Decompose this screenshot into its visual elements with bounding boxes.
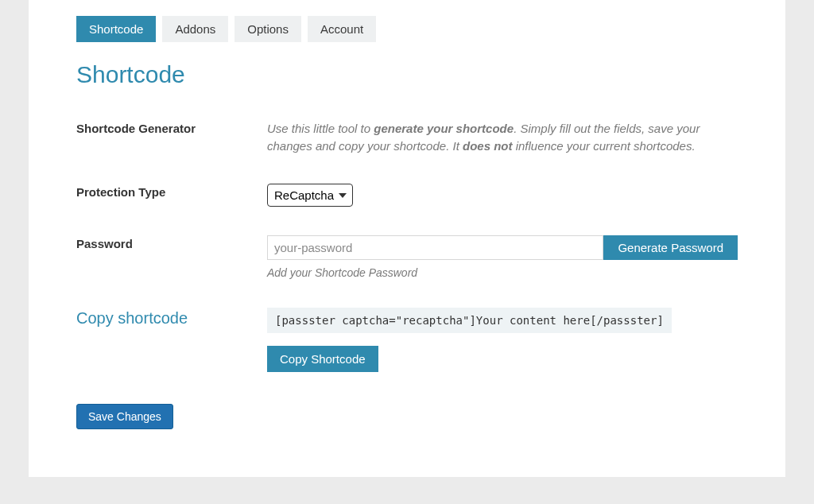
copy-shortcode-button[interactable]: Copy Shortcode xyxy=(267,346,378,372)
row-protection-type: Protection Type ReCaptcha xyxy=(76,184,738,207)
protection-select-wrap: ReCaptcha xyxy=(267,184,353,207)
page-title: Shortcode xyxy=(76,61,738,88)
label-protection-type: Protection Type xyxy=(76,184,267,199)
label-copy-shortcode: Copy shortcode xyxy=(76,308,267,328)
shortcode-output[interactable]: [passster captcha="recaptcha"]Your conte… xyxy=(267,308,672,333)
password-helper: Add your Shortcode Password xyxy=(267,266,738,279)
tab-shortcode[interactable]: Shortcode xyxy=(76,16,156,42)
intro-bold-2: does not xyxy=(463,139,513,153)
label-generator: Shortcode Generator xyxy=(76,120,267,135)
generator-intro: Use this little tool to generate your sh… xyxy=(267,120,738,155)
intro-bold-1: generate your shortcode xyxy=(374,122,514,135)
protection-type-select[interactable]: ReCaptcha xyxy=(267,184,353,207)
tab-account[interactable]: Account xyxy=(308,16,376,42)
intro-post: influence your current shortcodes. xyxy=(512,139,695,153)
tab-addons[interactable]: Addons xyxy=(162,16,228,42)
row-generator: Shortcode Generator Use this little tool… xyxy=(76,120,738,155)
row-copy-shortcode: Copy shortcode [passster captcha="recapt… xyxy=(76,308,738,372)
password-input[interactable] xyxy=(267,235,603,260)
tab-options[interactable]: Options xyxy=(235,16,301,42)
row-password: Password Generate Password Add your Shor… xyxy=(76,235,738,279)
settings-page: Shortcode Addons Options Account Shortco… xyxy=(29,0,785,477)
save-changes-button[interactable]: Save Changes xyxy=(76,404,173,429)
label-password: Password xyxy=(76,235,267,250)
generate-password-button[interactable]: Generate Password xyxy=(603,235,738,260)
tabs-nav: Shortcode Addons Options Account xyxy=(76,16,738,42)
intro-pre: Use this little tool to xyxy=(267,122,374,135)
